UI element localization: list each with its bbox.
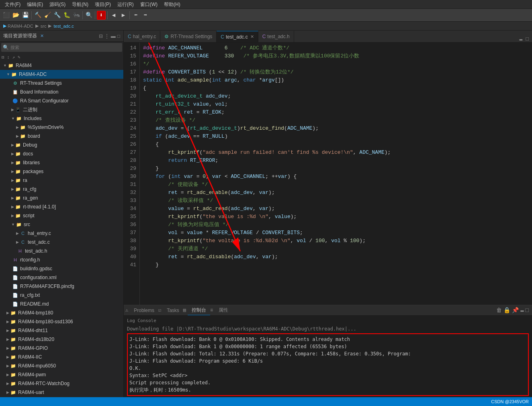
panel-maximize-icon[interactable]: □ <box>526 307 529 314</box>
toolbar-open[interactable]: 📂 <box>11 11 20 20</box>
tree-item-buildinfo[interactable]: 📄 buildinfo.gpdsc <box>0 264 123 273</box>
panel-tab-props-icon: ≡ <box>210 308 213 313</box>
panel-tab-properties[interactable]: 属性 <box>215 306 232 315</box>
tree-item-r7fa6m4[interactable]: 📄 R7FA6M4AF3CFB.pincfg <box>0 282 123 291</box>
sidebar-minimize-icon[interactable]: ▬ <box>111 33 116 39</box>
toolbar-download[interactable]: ⬇ <box>97 11 106 20</box>
tab-test-adc-c-label: test_adc.c <box>226 34 248 40</box>
toolbar-sep3 <box>95 11 95 19</box>
tree-item-test-adc-h[interactable]: H test_adc.h <box>0 247 123 255</box>
tree-item-systemdrive[interactable]: ▶ 📁 %SystemDrive% <box>0 123 123 132</box>
tree-item-ra6m4-ds18b20[interactable]: ▶ 📁 RA6M4-ds18b20 <box>0 335 123 344</box>
tree-item-ra[interactable]: ▶ 📁 ra <box>0 176 123 185</box>
sidebar-header: 项目资源管理器 ✕ ⊟ ⋮ ▬ □ <box>0 31 123 42</box>
tree-item-ra6m4-uart[interactable]: ▶ 📁 RA6M4-uart <box>0 388 123 397</box>
sidebar-collapse-icon[interactable]: ⊟ <box>99 33 103 39</box>
log-line-8: 执行完毕，耗时：16509ms. <box>129 386 526 394</box>
tree-item-debug[interactable]: ▶ 📁 Debug <box>0 141 123 149</box>
toolbar-sep1 <box>31 11 32 19</box>
tree-item-binary[interactable]: ▶ 📱 二进制 <box>0 105 123 114</box>
tree-item-includes[interactable]: ▼ 📁 Includes <box>0 114 123 123</box>
sidebar-title: 项目资源管理器 <box>3 33 37 39</box>
toolbar-arrow-left[interactable]: ⬅ <box>131 11 140 20</box>
tree-item-ra6m4-bmp180[interactable]: ▶ 📁 RA6M4-bmp180 <box>0 308 123 317</box>
tree-item-rt-thread-settings[interactable]: ⚙ RT-Thread Settings <box>0 79 123 88</box>
breadcrumb-file[interactable]: test_adc.c <box>54 24 74 29</box>
tree-item-ra6m4-mpu6050[interactable]: ▶ 📁 RA6M4-mpu6050 <box>0 361 123 370</box>
panel-clear-icon[interactable]: 🗑 <box>496 307 502 314</box>
tree-item-ra-gen[interactable]: ▶ 📁 ra_gen <box>0 194 123 202</box>
breadcrumb-root[interactable]: RA6M4-ADC <box>8 24 33 29</box>
menu-run[interactable]: 运行(R) <box>114 0 137 9</box>
toolbar-clean[interactable]: 🧹 <box>43 11 52 20</box>
menu-navigate[interactable]: 导航(N) <box>69 0 92 9</box>
toolbar-tools[interactable]: 🔧 <box>53 11 61 20</box>
toolbar-back[interactable]: ◀ <box>109 11 118 20</box>
menu-project[interactable]: 项目(P) <box>92 0 114 9</box>
menu-help[interactable]: 帮助(H) <box>161 0 184 9</box>
tree-item-ra-cfg[interactable]: ▶ 📁 ra_cfg <box>0 185 123 194</box>
toolbar-search[interactable]: 🔍 <box>84 11 93 20</box>
breadcrumb-src[interactable]: src <box>41 24 47 29</box>
tree-item-src[interactable]: ▼ 📁 src <box>0 220 123 229</box>
code-area[interactable]: #define ADC_CHANNEL 6 /* ADC 通道个数*/ #def… <box>140 43 532 305</box>
tree-item-ra6m4-dht11[interactable]: ▶ 📁 RA6M4-dht11 <box>0 326 123 335</box>
panel-tab-problems[interactable]: Problems <box>130 306 158 315</box>
toolbar-arrow-right[interactable]: ➡ <box>141 11 150 20</box>
editor[interactable]: 1415161718192021222324252627282930313233… <box>124 43 532 305</box>
toolbar-ant[interactable]: 🐜 <box>72 11 81 20</box>
toolbar-build[interactable]: 🔨 <box>33 11 42 20</box>
tree-item-test-adc-c[interactable]: ▶ C test_adc.c <box>0 238 123 247</box>
editor-minimize-icon[interactable]: ▬ <box>519 36 522 42</box>
editor-maximize-icon[interactable]: □ <box>526 36 529 42</box>
panel-tab-console[interactable]: 控制台 <box>188 306 210 315</box>
sidebar-search-input[interactable] <box>10 43 122 52</box>
tree-item-ra6m4-rtc-watchdog[interactable]: ▶ 📁 RA6M4-RTC-WatchDog <box>0 379 123 388</box>
tree-item-ra6m4-adc[interactable]: ▼ 📁 RA6M4-ADC <box>0 70 123 79</box>
menu-file[interactable]: 文件(F) <box>2 0 24 9</box>
tab-rt-thread-settings[interactable]: ⚙ RT-Thread Settings <box>160 31 217 42</box>
toolbar-forward[interactable]: ▶ <box>119 11 128 20</box>
tree-item-ra-smart[interactable]: 🔵 RA Smart Configurator <box>0 96 123 105</box>
log-line-2: J-Link: Flash download: Bank 1 @ 0x00000… <box>129 343 526 350</box>
tree-item-ra6m4-iic[interactable]: ▶ 📁 RA6M4-IIC <box>0 353 123 361</box>
tree-item-configuration-xml[interactable]: 📄 configuration.xml <box>0 273 123 282</box>
panel-tab-tasks[interactable]: Tasks <box>163 306 183 315</box>
tab-test-adc-h[interactable]: C test_adc.h <box>258 31 294 42</box>
toolbar-save[interactable]: 💾 <box>21 11 30 20</box>
panel-content[interactable]: Log Console Downloading file |D:\RT-Thre… <box>124 316 532 397</box>
toolbar-new[interactable]: ⬛ <box>2 11 10 20</box>
tab-test-adc-c[interactable]: C test_adc.c ✕ <box>217 31 258 42</box>
status-text: CSDN @2345VOR <box>491 399 529 404</box>
menu-window[interactable]: 窗口(W) <box>137 0 161 9</box>
tree-item-packages[interactable]: ▶ 📁 packages <box>0 167 123 176</box>
tree-item-rt-thread-ver[interactable]: ▶ 📁 rt-thread [4.1.0] <box>0 202 123 211</box>
sidebar-maximize-icon[interactable]: □ <box>117 33 120 39</box>
toolbar-sep4 <box>107 11 108 19</box>
tree-item-libraries[interactable]: ▶ 📁 libraries <box>0 158 123 167</box>
tree-item-board[interactable]: ▶ 📁 board <box>0 132 123 141</box>
panel-minimize-icon[interactable]: ▬ <box>520 307 524 314</box>
tree-item-ra6m4-pwm[interactable]: ▶ 📁 RA6M4-pwm <box>0 370 123 379</box>
tab-test-adc-c-close[interactable]: ✕ <box>250 34 254 39</box>
panel-lock-icon[interactable]: 🔒 <box>503 307 510 314</box>
tree-item-ra-cfg-txt[interactable]: 📄 ra_cfg.txt <box>0 291 123 300</box>
tab-rt-thread-settings-label: RT-Thread Settings <box>170 34 212 39</box>
tree-item-board-info[interactable]: 📋 Board Information <box>0 88 123 96</box>
toolbar-debug[interactable]: 🐛 <box>62 11 71 20</box>
tree-item-rtconfig-h[interactable]: H rtconfig.h <box>0 255 123 264</box>
tree-item-hal-entry-c[interactable]: ▶ C hal_entry.c <box>0 229 123 238</box>
tree-item-readme[interactable]: 📄 README.md <box>0 300 123 308</box>
toolbar-sep2 <box>82 11 83 19</box>
tree-item-docs[interactable]: ▶ 📁 docs <box>0 149 123 158</box>
tree-item-script[interactable]: ▶ 📁 script <box>0 211 123 220</box>
menu-source[interactable]: 源码(S) <box>46 0 69 9</box>
menu-edit[interactable]: 编辑(E) <box>24 0 46 9</box>
tree-item-ra6m4-bmp180-ssd1306[interactable]: ▶ 📁 RA6M4-bmp180-ssd1306 <box>0 317 123 326</box>
tab-hal-entry[interactable]: C hal_entry.c <box>124 31 160 42</box>
tree-item-ra6m4[interactable]: ▼ 📁 RA6M4 <box>0 61 123 70</box>
sidebar-menu-icon[interactable]: ⋮ <box>104 33 109 39</box>
panel-pin-icon[interactable]: 📌 <box>512 307 519 314</box>
tree-item-ra6m4-gpio[interactable]: ▶ 📁 RA6M4-GPIO <box>0 344 123 353</box>
content-area: C hal_entry.c ⚙ RT-Thread Settings C tes… <box>124 31 532 397</box>
